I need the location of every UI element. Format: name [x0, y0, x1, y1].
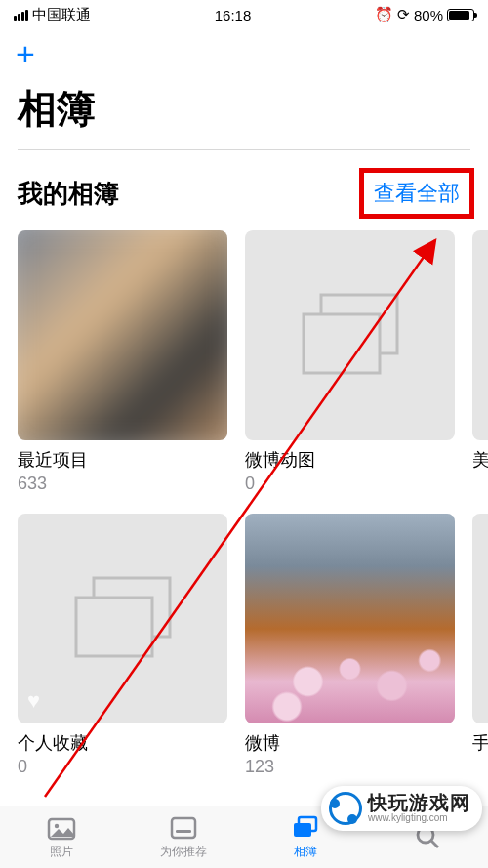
svg-rect-10 — [294, 823, 311, 837]
album-count: 0 — [245, 474, 455, 494]
watermark-title: 快玩游戏网 — [368, 793, 470, 814]
albums-icon — [291, 815, 320, 841]
album-name: 微博 — [245, 731, 455, 755]
album-thumb — [245, 514, 455, 723]
see-all-button[interactable]: 查看全部 — [364, 173, 469, 214]
albums-row-2: ♥ 个人收藏 0 微博 123 手 — [0, 514, 488, 777]
navbar: + — [0, 29, 488, 78]
section-title: 我的相簿 — [18, 177, 119, 211]
orientation-lock-icon: ⟳ — [397, 6, 410, 23]
album-weibo[interactable]: 微博 123 — [245, 514, 455, 777]
svg-point-6 — [54, 823, 58, 827]
section-header: 我的相簿 查看全部 — [0, 150, 488, 230]
status-left: 中国联通 — [14, 6, 91, 24]
heart-icon: ♥ — [27, 688, 40, 714]
add-button[interactable]: + — [16, 37, 35, 70]
album-name: 个人收藏 — [18, 731, 227, 755]
for-you-icon — [169, 815, 198, 841]
album-count: 0 — [18, 757, 227, 777]
tab-label: 为你推荐 — [160, 844, 207, 860]
album-favorites[interactable]: ♥ 个人收藏 0 — [18, 514, 227, 777]
carrier-label: 中国联通 — [32, 6, 91, 24]
status-right: ⏰ ⟳ 80% — [375, 6, 474, 23]
album-weibo-gif[interactable]: 微博动图 0 — [245, 230, 455, 494]
svg-rect-1 — [304, 314, 380, 373]
album-partial-1[interactable]: 美 — [472, 230, 488, 494]
watermark-icon — [329, 792, 362, 825]
alarm-icon: ⏰ — [375, 6, 393, 23]
svg-rect-3 — [76, 598, 152, 656]
album-thumb — [472, 230, 488, 440]
album-partial-2[interactable]: 手 — [472, 514, 488, 777]
empty-stack-icon — [245, 230, 455, 440]
watermark-url: www.kyligting.com — [368, 813, 470, 824]
album-name: 美 — [472, 448, 488, 472]
svg-rect-7 — [172, 818, 195, 838]
tab-photos[interactable]: 照片 — [0, 806, 122, 868]
album-count: 123 — [245, 757, 455, 777]
tab-for-you[interactable]: 为你推荐 — [122, 806, 244, 868]
album-name: 最近项目 — [18, 448, 227, 472]
album-thumb — [245, 230, 455, 440]
annotation-highlight: 查看全部 — [359, 168, 474, 219]
album-name: 微博动图 — [245, 448, 455, 472]
album-thumb: ♥ — [18, 514, 227, 723]
album-recents[interactable]: 最近项目 633 — [18, 230, 227, 494]
svg-line-12 — [431, 841, 438, 847]
albums-row-1: 最近项目 633 微博动图 0 美 — [0, 230, 488, 494]
status-bar: 中国联通 16:18 ⏰ ⟳ 80% — [0, 0, 488, 29]
watermark: 快玩游戏网 www.kyligting.com — [321, 786, 482, 831]
tab-label: 相簿 — [294, 844, 317, 860]
signal-icon — [14, 10, 28, 21]
album-count: 633 — [18, 474, 227, 494]
album-name: 手 — [472, 731, 488, 755]
svg-rect-8 — [176, 830, 191, 833]
album-thumb — [472, 514, 488, 723]
battery-icon — [447, 9, 474, 21]
album-thumb — [18, 230, 227, 440]
tab-label: 照片 — [50, 844, 73, 860]
empty-stack-icon — [18, 514, 227, 723]
status-time: 16:18 — [215, 7, 252, 23]
photos-icon — [47, 815, 76, 841]
battery-pct: 80% — [414, 7, 443, 23]
page-title: 相簿 — [0, 78, 488, 149]
